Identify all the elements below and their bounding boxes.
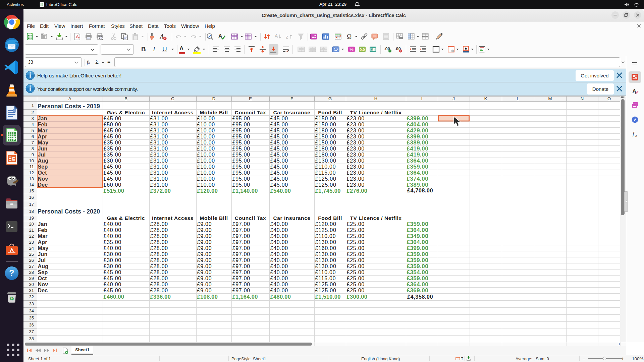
svg-text:£150.00: £150.00 [315, 116, 336, 121]
svg-text:Mobile Bill: Mobile Bill [200, 110, 228, 115]
svg-text:37: 37 [29, 329, 34, 334]
svg-text:£10.00: £10.00 [197, 134, 215, 139]
svg-text:£150.00: £150.00 [315, 140, 336, 145]
svg-text:£45.00: £45.00 [270, 182, 288, 188]
svg-text:Gas & Electric: Gas & Electric [107, 215, 145, 221]
svg-text:£95.00: £95.00 [232, 176, 250, 182]
svg-text:£31.00: £31.00 [150, 128, 168, 133]
svg-text:38: 38 [29, 336, 34, 341]
svg-text:TV Licence / Netflix: TV Licence / Netflix [350, 215, 401, 221]
svg-text:£23.00: £23.00 [347, 134, 365, 139]
svg-text:Gas & Electric: Gas & Electric [107, 110, 145, 115]
svg-text:£9.00: £9.00 [197, 288, 212, 293]
svg-text:£359.00: £359.00 [407, 164, 429, 170]
svg-text:19: 19 [29, 216, 34, 221]
svg-text:£23.00: £23.00 [347, 152, 365, 158]
svg-text:Aug: Aug [38, 263, 49, 269]
svg-text:£28.00: £28.00 [150, 251, 168, 257]
svg-text:£10.00: £10.00 [197, 176, 215, 182]
svg-text:£40.00: £40.00 [270, 251, 288, 257]
svg-text:A: A [275, 33, 278, 39]
svg-text:21: 21 [29, 228, 34, 233]
svg-text:£359.00: £359.00 [407, 221, 429, 227]
svg-text:£429.00: £429.00 [407, 127, 429, 134]
svg-text:£30.00: £30.00 [104, 257, 121, 263]
svg-text:H: H [374, 96, 377, 101]
svg-text:£125.00: £125.00 [315, 282, 336, 287]
svg-text:35: 35 [29, 315, 34, 320]
svg-text:£95.00: £95.00 [232, 152, 250, 158]
svg-text:£10.00: £10.00 [197, 146, 215, 152]
svg-text:£40.00: £40.00 [270, 221, 288, 227]
svg-text:1: 1 [32, 103, 34, 108]
svg-text:£45.00: £45.00 [104, 164, 121, 170]
svg-text:£25.00: £25.00 [347, 227, 365, 233]
svg-text:£40.00: £40.00 [270, 282, 288, 287]
svg-text:£40.00: £40.00 [104, 233, 121, 239]
svg-text:£10.00: £10.00 [197, 182, 215, 188]
svg-text:£28.00: £28.00 [150, 276, 168, 281]
svg-text:£45.00: £45.00 [270, 122, 288, 127]
svg-text:6: 6 [32, 134, 34, 139]
svg-text:£23.00: £23.00 [347, 176, 365, 182]
svg-text:£28.00: £28.00 [150, 282, 168, 287]
svg-text:Car Insurance: Car Insurance [273, 215, 310, 221]
svg-text:£31.00: £31.00 [150, 170, 168, 176]
svg-text:£28.00: £28.00 [150, 269, 168, 275]
svg-text:£45.00: £45.00 [104, 134, 121, 139]
svg-text:£276.00: £276.00 [347, 188, 368, 194]
svg-text:£23.00: £23.00 [347, 158, 365, 164]
svg-text:I: I [461, 357, 463, 361]
svg-text:£40.00: £40.00 [104, 227, 121, 233]
svg-text:£28.00: £28.00 [150, 245, 168, 251]
svg-text:£25.00: £25.00 [347, 245, 365, 251]
svg-text:£1,510.00: £1,510.00 [315, 294, 341, 300]
svg-text:£23.00: £23.00 [347, 128, 365, 133]
svg-text:x: x [635, 133, 637, 137]
svg-text:Personal Costs - 2019: Personal Costs - 2019 [38, 103, 100, 110]
svg-text:£45.00: £45.00 [270, 134, 288, 139]
svg-text:28: 28 [29, 270, 34, 275]
svg-text:3: 3 [32, 116, 34, 121]
svg-text:£45.00: £45.00 [104, 170, 121, 176]
svg-text:15: 15 [29, 188, 34, 193]
svg-text:Nov: Nov [38, 282, 48, 287]
svg-text:£95.00: £95.00 [232, 122, 250, 127]
svg-text:£359.00: £359.00 [407, 275, 429, 282]
svg-text:£28.00: £28.00 [150, 263, 168, 269]
svg-text:Jan: Jan [38, 116, 47, 121]
svg-text:£23.00: £23.00 [347, 140, 365, 145]
svg-text:J: J [452, 96, 455, 101]
svg-text:£45.00: £45.00 [104, 128, 121, 133]
svg-text:33: 33 [29, 301, 34, 306]
svg-text:£28.00: £28.00 [150, 239, 168, 245]
svg-text:May: May [38, 245, 49, 251]
svg-text:£31.00: £31.00 [150, 176, 168, 182]
svg-text:9: 9 [32, 152, 34, 157]
svg-text:£9.00: £9.00 [197, 263, 212, 269]
svg-text:£130.00: £130.00 [315, 263, 336, 269]
svg-text:£45.00: £45.00 [104, 288, 121, 293]
svg-text:£10.00: £10.00 [197, 158, 215, 164]
svg-text:£399.00: £399.00 [407, 115, 429, 122]
svg-text:£45.00: £45.00 [270, 158, 288, 164]
svg-text:£97.00: £97.00 [232, 245, 250, 251]
svg-text:£10.00: £10.00 [197, 152, 215, 158]
svg-text:Nov: Nov [38, 176, 48, 182]
svg-text:Sep: Sep [38, 269, 48, 275]
svg-text:£45.00: £45.00 [104, 276, 121, 281]
svg-text:Council Tax: Council Tax [235, 110, 266, 115]
svg-text:£404.00: £404.00 [407, 121, 429, 128]
svg-text:£10.00: £10.00 [197, 128, 215, 133]
svg-text:£97.00: £97.00 [232, 276, 250, 281]
svg-text:£9.00: £9.00 [197, 257, 212, 263]
svg-text:£45.00: £45.00 [270, 176, 288, 182]
svg-text:£45.00: £45.00 [270, 170, 288, 176]
svg-text:25: 25 [29, 252, 34, 257]
svg-text:£9.00: £9.00 [197, 245, 212, 251]
svg-text:£23.00: £23.00 [347, 146, 365, 152]
svg-text:£40.00: £40.00 [270, 239, 288, 245]
svg-text:£31.00: £31.00 [150, 140, 168, 145]
svg-text:£399.00: £399.00 [407, 245, 429, 251]
svg-text:£45.00: £45.00 [270, 140, 288, 145]
